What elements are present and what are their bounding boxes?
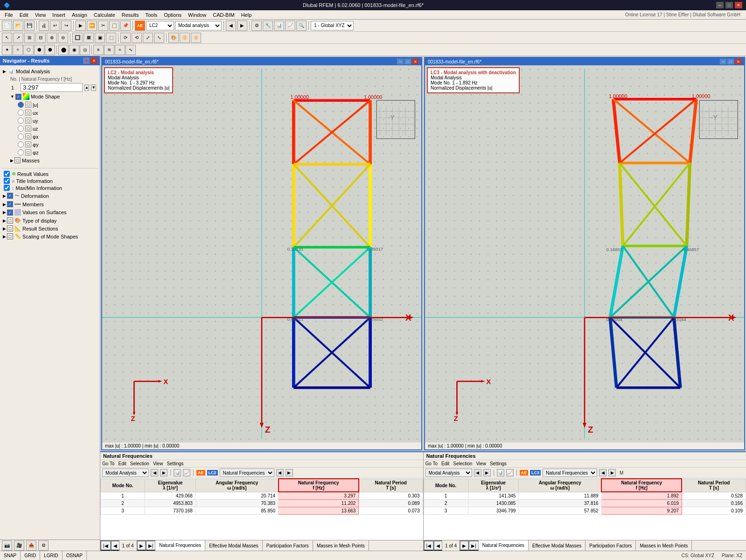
ux-radio[interactable] (18, 110, 24, 116)
result-sections-item[interactable]: ▶ □ 📐 Result Sections (2, 224, 98, 232)
t2-b6[interactable]: ⊖ (58, 33, 68, 43)
rp-left-nf-prev[interactable]: ◀ (276, 469, 284, 476)
vp-left-max-btn[interactable]: □ (404, 59, 411, 64)
menu-help[interactable]: Help (238, 11, 255, 19)
deformation-item[interactable]: ▶ ✓ 〜 Deformation (2, 191, 98, 200)
rp-left-edit[interactable]: Edit (119, 461, 126, 466)
scaling-expand[interactable]: ▶ (3, 234, 6, 239)
rp-left-next[interactable]: ▶ (160, 469, 167, 476)
t3-b8[interactable]: ◎ (80, 45, 90, 55)
phix-radio[interactable] (18, 133, 24, 140)
nav-camera-btn[interactable]: 📷 (2, 540, 12, 551)
phiz-radio[interactable] (18, 149, 24, 155)
t3-b10[interactable]: ≋ (104, 45, 114, 55)
type-display-cb[interactable]: □ (7, 217, 13, 224)
phiz-item[interactable]: □ φz (17, 148, 98, 156)
title-info-check[interactable]: ≡ Title Information (2, 177, 98, 184)
tb-b5[interactable]: 📌 (120, 21, 131, 31)
rp-left-view[interactable]: View (153, 461, 163, 466)
rp-right-view[interactable]: View (476, 461, 486, 466)
rp-right-modal-select[interactable]: Modal Analysis (425, 469, 472, 477)
phix-checkbox[interactable]: □ (25, 133, 31, 140)
rp-left-settings[interactable]: Settings (167, 461, 183, 466)
tb-b4[interactable]: 📋 (109, 21, 119, 31)
t2-b5[interactable]: ⊕ (47, 33, 57, 43)
scaling-cb[interactable]: □ (7, 233, 13, 239)
t2-b4[interactable]: ⊟ (35, 33, 46, 43)
rp-left-selection[interactable]: Selection (130, 461, 149, 466)
values-surfaces-item[interactable]: ▶ ✓ Values on Surfaces (2, 208, 98, 217)
t2-b8[interactable]: 🔳 (84, 33, 94, 43)
u-abs-radio[interactable] (18, 102, 24, 108)
values-surfaces-expand[interactable]: ▶ (3, 210, 6, 215)
nav-export-btn[interactable]: 📤 (26, 540, 36, 551)
t3-b4[interactable]: ⬢ (34, 45, 44, 55)
result-values-cb[interactable] (4, 171, 10, 177)
menu-insert[interactable]: Insert (49, 11, 68, 19)
bt-left-first[interactable]: |◀ (100, 540, 111, 551)
table-row[interactable]: 37370.16885.85013.6630.073 (101, 507, 423, 515)
bt-left-masses-mesh[interactable]: Masses in Mesh Points (313, 540, 369, 551)
uz-item[interactable]: □ uz (17, 125, 98, 133)
lc-select[interactable]: LC2LC3 (146, 21, 174, 30)
ux-checkbox[interactable]: □ (25, 110, 31, 116)
result-values-check[interactable]: ≋ Result Values (2, 170, 98, 177)
t2-b15[interactable]: 🎨 (168, 33, 179, 43)
u-abs-checkbox[interactable]: □ (25, 102, 31, 108)
result-sections-cb[interactable]: □ (7, 225, 13, 231)
masses-item[interactable]: ▶ □ Masses (9, 156, 98, 164)
rp-left-goto[interactable]: Go To (102, 461, 115, 466)
bt-right-next[interactable]: ▶ (460, 540, 468, 551)
bt-right-prev[interactable]: ◀ (433, 540, 442, 551)
table-row[interactable]: 1141.34511.8891.8920.528 (424, 492, 746, 500)
members-expand[interactable]: ▶ (3, 202, 6, 207)
t3-b5[interactable]: ⬣ (45, 45, 55, 55)
t3-b7[interactable]: ◉ (69, 45, 79, 55)
type-display-expand[interactable]: ▶ (3, 218, 6, 223)
t2-b17[interactable]: 🔅 (191, 33, 201, 43)
save-btn[interactable]: 💾 (24, 21, 35, 31)
table-row[interactable]: 33346.79957.8529.2070.109 (424, 507, 746, 515)
phiy-checkbox[interactable]: □ (25, 141, 31, 147)
deformation-expand[interactable]: ▶ (3, 194, 6, 198)
vp-left-close-btn[interactable]: ✕ (412, 59, 418, 64)
tb-c1[interactable]: ⚙ (251, 21, 262, 31)
redo-btn[interactable]: ↪ (61, 21, 71, 31)
menu-cad-bim[interactable]: CAD-BIM (210, 11, 237, 19)
menu-window[interactable]: Window (185, 11, 209, 19)
table-row[interactable]: 1429.06820.7143.2970.303 (101, 492, 423, 500)
t2-b7[interactable]: 🔲 (72, 33, 83, 43)
rp-left-modal-select[interactable]: Modal Analysis (102, 469, 149, 477)
bt-left-prev[interactable]: ◀ (111, 540, 119, 551)
uz-radio[interactable] (18, 126, 24, 132)
uy-radio[interactable] (18, 118, 24, 124)
bt-right-masses-mesh[interactable]: Masses in Mesh Points (636, 540, 692, 551)
tb-c3[interactable]: 📊 (274, 21, 284, 31)
t2-b9[interactable]: ▣ (95, 33, 105, 43)
t3-b1[interactable]: ✦ (2, 45, 12, 55)
t2-b11[interactable]: ⟳ (120, 33, 131, 43)
t3-b2[interactable]: ✧ (13, 45, 23, 55)
bt-right-first[interactable]: |◀ (424, 540, 434, 551)
uy-item[interactable]: □ uy (17, 117, 98, 125)
sb-snap[interactable]: SNAP (0, 551, 21, 560)
t2-b2[interactable]: ↗ (13, 33, 23, 43)
print-btn[interactable]: 🖨 (39, 21, 49, 31)
max-min-check[interactable]: ↕ Max/Min Information (2, 184, 98, 191)
rp-right-goto[interactable]: Go To (425, 461, 438, 466)
rp-right-edit[interactable]: Edit (441, 461, 449, 466)
t3-b11[interactable]: ≈ (115, 45, 125, 55)
rp-left-nf-next[interactable]: ▶ (286, 469, 293, 476)
uy-checkbox[interactable]: □ (25, 118, 31, 124)
vp-right-max-btn[interactable]: □ (727, 59, 734, 64)
uz-checkbox[interactable]: □ (25, 126, 31, 132)
rp-right-selection[interactable]: Selection (453, 461, 472, 466)
bt-left-last[interactable]: ▶| (146, 540, 156, 551)
bt-right-participation[interactable]: Participation Factors (586, 540, 636, 551)
u-abs-item[interactable]: □ |u| (17, 101, 98, 109)
freq-down-btn[interactable]: ▼ (91, 84, 96, 91)
table-row[interactable]: 24953.80370.38311.2020.089 (101, 500, 423, 507)
sb-osnap[interactable]: OSNAP (63, 551, 87, 560)
vp-right-canvas[interactable]: LC3 - Modal analysis with deactivation M… (425, 65, 744, 442)
max-min-cb[interactable] (4, 185, 10, 191)
